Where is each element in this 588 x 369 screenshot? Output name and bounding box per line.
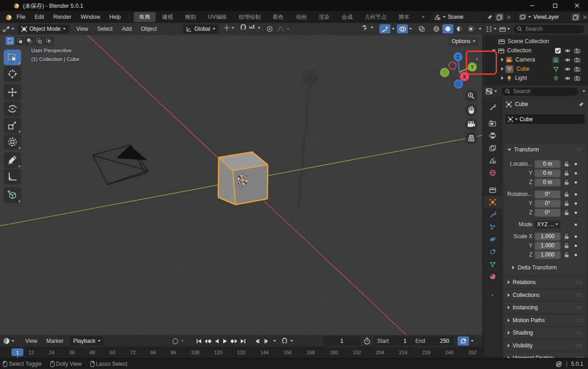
- workspace-tab-compositing[interactable]: 合成: [336, 12, 358, 22]
- pin-icon[interactable]: [578, 101, 584, 107]
- lock-icon[interactable]: [564, 161, 569, 167]
- workspace-tab-layout[interactable]: 布局: [134, 12, 156, 22]
- viewlayer-name[interactable]: ViewLayer: [533, 14, 569, 20]
- tab-object[interactable]: [483, 196, 502, 208]
- tool-move[interactable]: [4, 84, 21, 100]
- current-frame-field[interactable]: 1: [323, 336, 360, 346]
- frame-forward-button[interactable]: [262, 337, 271, 346]
- location-y-field[interactable]: 0 m: [535, 169, 560, 177]
- rotation-mode-dropdown[interactable]: XYZ ...: [535, 221, 560, 229]
- tab-modifiers[interactable]: [483, 208, 502, 221]
- close-button[interactable]: [570, 1, 584, 10]
- tab-collection[interactable]: [483, 184, 502, 196]
- view-menu[interactable]: View: [72, 23, 93, 35]
- drag-grip-icon[interactable]: [576, 148, 582, 151]
- outliner-row-collection[interactable]: Collection: [483, 46, 588, 55]
- location-x-field[interactable]: 0 m: [535, 160, 560, 168]
- lock-icon[interactable]: [564, 201, 569, 207]
- select-extend-mode-button[interactable]: [15, 37, 24, 45]
- collections-panel[interactable]: Collections: [504, 290, 586, 301]
- lock-icon[interactable]: [564, 170, 569, 176]
- stopwatch-icon[interactable]: [363, 337, 371, 345]
- outliner-row-cube[interactable]: Cube: [483, 64, 588, 73]
- location-z-field[interactable]: 0 m: [535, 179, 560, 186]
- show-overlays-toggle[interactable]: [397, 24, 408, 34]
- add-menu[interactable]: Add: [117, 23, 136, 35]
- animate-dot[interactable]: [575, 193, 577, 196]
- tab-material[interactable]: [483, 270, 502, 283]
- drag-grip-icon[interactable]: [576, 331, 582, 335]
- viewport-display-panel[interactable]: Viewport Display: [504, 352, 586, 358]
- editor-type-selector[interactable]: [3, 26, 14, 33]
- lock-icon[interactable]: [564, 252, 569, 258]
- tab-output[interactable]: [483, 129, 502, 142]
- checkbox-icon[interactable]: [555, 48, 561, 54]
- keying-popover[interactable]: [458, 336, 474, 346]
- drag-grip-icon[interactable]: [576, 293, 582, 297]
- workspace-tab-sculpting[interactable]: 雕刻: [180, 12, 202, 22]
- lock-icon[interactable]: [564, 234, 569, 240]
- play-reverse-button[interactable]: [212, 337, 221, 346]
- menu-window[interactable]: Window: [76, 11, 105, 23]
- tab-strip-scroll-down[interactable]: [483, 289, 502, 302]
- properties-editor-type-selector[interactable]: [486, 88, 497, 95]
- visibility-panel[interactable]: Visibility: [504, 340, 586, 351]
- tool-add-cube[interactable]: [4, 187, 21, 203]
- menu-render[interactable]: Render: [49, 11, 76, 23]
- viewport-3d[interactable]: Z Y X: [0, 35, 482, 335]
- options-dropdown[interactable]: Options: [448, 37, 479, 46]
- object-name-field[interactable]: Cube: [505, 114, 585, 124]
- transform-orientation-dropdown[interactable]: Global: [183, 24, 219, 34]
- hide-eye-icon[interactable]: [565, 57, 571, 63]
- transform-panel-header[interactable]: Transform: [504, 144, 586, 155]
- object-menu[interactable]: Object: [136, 23, 162, 35]
- drag-grip-icon[interactable]: [576, 306, 582, 309]
- tool-scale[interactable]: [4, 117, 21, 133]
- prev-keyframe-button[interactable]: [204, 337, 212, 346]
- render-visibility-icon[interactable]: [574, 57, 580, 63]
- new-viewlayer-button[interactable]: [571, 13, 580, 21]
- lock-icon[interactable]: [564, 191, 569, 197]
- lock-icon[interactable]: [564, 243, 569, 249]
- workspace-tab-shading[interactable]: 着色: [267, 12, 289, 22]
- delta-transform-subpanel-header[interactable]: Delta Transform: [512, 264, 557, 271]
- scale-y-field[interactable]: 1.000: [535, 242, 560, 250]
- animate-dot[interactable]: [575, 245, 577, 247]
- tab-world[interactable]: [483, 167, 502, 179]
- toggle-ortho-button[interactable]: [465, 132, 477, 144]
- animate-dot[interactable]: [575, 235, 577, 238]
- tab-view-layer[interactable]: [483, 142, 502, 154]
- timeline-editor-type-selector[interactable]: [3, 337, 14, 345]
- start-frame-field[interactable]: Start 1: [373, 336, 411, 346]
- jump-to-end-button[interactable]: [238, 337, 247, 346]
- drag-grip-icon[interactable]: [576, 344, 582, 347]
- animate-dot[interactable]: [575, 163, 577, 165]
- workspace-tab-animation[interactable]: 动画: [290, 12, 312, 22]
- snap-controls[interactable]: [240, 24, 260, 31]
- close-icon[interactable]: [506, 15, 511, 20]
- add-workspace-button[interactable]: +: [416, 12, 430, 22]
- hide-eye-icon[interactable]: [565, 48, 571, 54]
- menu-help[interactable]: Help: [105, 11, 125, 23]
- blender-logo-icon[interactable]: [5, 13, 12, 21]
- tab-constraints[interactable]: [483, 246, 502, 258]
- workspace-tab-rendering[interactable]: 渲染: [313, 12, 335, 22]
- scale-z-field[interactable]: 1.000: [535, 251, 560, 259]
- animate-dot[interactable]: [575, 181, 577, 184]
- shading-wireframe-button[interactable]: [431, 24, 442, 34]
- auto-keying-controls[interactable]: [172, 338, 184, 345]
- properties-search-input[interactable]: Search: [501, 87, 579, 96]
- hide-eye-icon[interactable]: [565, 75, 571, 81]
- tab-particles[interactable]: [483, 221, 502, 233]
- tab-render[interactable]: [483, 117, 502, 129]
- render-visibility-icon[interactable]: [574, 48, 580, 54]
- object-name-value[interactable]: Cube: [520, 116, 533, 123]
- drag-grip-icon[interactable]: [576, 280, 582, 284]
- menu-edit[interactable]: Edit: [30, 11, 49, 23]
- motion-paths-panel[interactable]: Motion Paths: [504, 315, 586, 326]
- animate-dot[interactable]: [575, 202, 577, 205]
- tab-physics[interactable]: [483, 233, 502, 246]
- drag-grip-icon[interactable]: [576, 319, 582, 322]
- instancing-panel[interactable]: Instancing: [504, 302, 586, 313]
- viewport-canvas[interactable]: Z Y X: [0, 35, 482, 335]
